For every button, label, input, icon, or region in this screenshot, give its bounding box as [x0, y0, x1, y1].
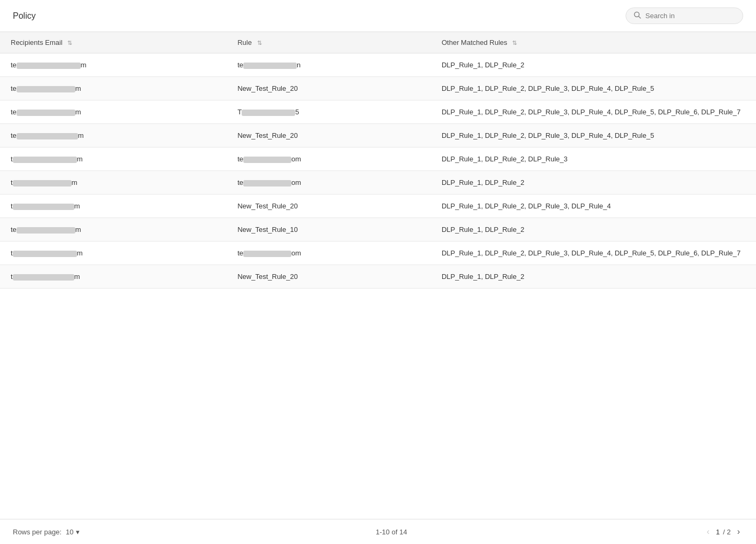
- other-matched-rules-cell: DLP_Rule_1, DLP_Rule_2: [431, 265, 756, 289]
- rule-cell: New_Test_Rule_10: [227, 218, 431, 242]
- table-row: temT5DLP_Rule_1, DLP_Rule_2, DLP_Rule_3,…: [0, 100, 756, 124]
- svg-line-1: [639, 17, 641, 19]
- rule-suffix: n: [297, 61, 300, 69]
- pagination-controls: ‹ 1 / 2 ›: [704, 526, 743, 538]
- rule-prefix: te: [237, 155, 243, 163]
- rule-prefix: te: [237, 178, 243, 186]
- rule-suffix: om: [291, 249, 301, 257]
- column-header-other-matched-rules[interactable]: Other Matched Rules ⇅: [431, 32, 756, 53]
- email-cell: tm: [0, 265, 227, 289]
- search-icon: [634, 11, 641, 20]
- email-redacted: [17, 86, 75, 92]
- table-row: tmteomDLP_Rule_1, DLP_Rule_2, DLP_Rule_3: [0, 147, 756, 171]
- rows-per-page-select[interactable]: 10 ▾: [66, 528, 79, 536]
- rule-cell: New_Test_Rule_20: [227, 77, 431, 100]
- rule-prefix: T: [237, 108, 242, 116]
- other-matched-rules-cell: DLP_Rule_1, DLP_Rule_2, DLP_Rule_3, DLP_…: [431, 124, 756, 147]
- email-suffix: m: [77, 249, 83, 257]
- email-cell: tm: [0, 147, 227, 171]
- other-matched-rules-cell: DLP_Rule_1, DLP_Rule_2: [431, 171, 756, 195]
- email-prefix: te: [11, 84, 17, 92]
- email-cell: tem: [0, 124, 227, 147]
- email-prefix: te: [11, 61, 17, 69]
- email-redacted: [13, 251, 77, 257]
- email-prefix: te: [11, 131, 17, 139]
- email-suffix: m: [78, 131, 84, 139]
- search-container: [626, 7, 743, 24]
- email-prefix: te: [11, 108, 17, 116]
- email-suffix: m: [74, 273, 80, 281]
- rule-prefix: te: [237, 249, 243, 257]
- email-suffix: m: [75, 226, 81, 234]
- email-redacted: [17, 133, 78, 139]
- sort-icon-recipients: ⇅: [67, 40, 72, 46]
- current-page: 1: [716, 528, 720, 536]
- sort-icon-other-rules: ⇅: [512, 40, 517, 46]
- email-redacted: [17, 110, 75, 116]
- table-body: temtenDLP_Rule_1, DLP_Rule_2temNew_Test_…: [0, 53, 756, 289]
- email-redacted: [13, 180, 72, 186]
- next-page-button[interactable]: ›: [734, 526, 743, 538]
- prev-page-button[interactable]: ‹: [704, 526, 713, 538]
- table-row: tmteomDLP_Rule_1, DLP_Rule_2: [0, 171, 756, 195]
- other-matched-rules-cell: DLP_Rule_1, DLP_Rule_2, DLP_Rule_3, DLP_…: [431, 100, 756, 124]
- email-suffix: m: [72, 178, 78, 186]
- column-header-recipients-email[interactable]: Recipients Email ⇅: [0, 32, 227, 53]
- table-row: tmteomDLP_Rule_1, DLP_Rule_2, DLP_Rule_3…: [0, 242, 756, 265]
- other-matched-rules-cell: DLP_Rule_1, DLP_Rule_2, DLP_Rule_3, DLP_…: [431, 242, 756, 265]
- rule-redacted: [243, 180, 291, 186]
- table-row: temNew_Test_Rule_20DLP_Rule_1, DLP_Rule_…: [0, 124, 756, 147]
- table-container: Recipients Email ⇅ Rule ⇅ Other Matched …: [0, 32, 756, 519]
- email-cell: tm: [0, 171, 227, 195]
- rule-suffix: 5: [295, 108, 299, 116]
- email-prefix: te: [11, 226, 17, 234]
- email-cell: tem: [0, 77, 227, 100]
- pagination-info: 1-10 of 14: [376, 528, 407, 536]
- email-redacted: [17, 227, 75, 234]
- table-row: tmNew_Test_Rule_20DLP_Rule_1, DLP_Rule_2…: [0, 195, 756, 218]
- rule-cell: teom: [227, 171, 431, 195]
- rule-redacted: [243, 157, 291, 163]
- table-row: temtenDLP_Rule_1, DLP_Rule_2: [0, 53, 756, 77]
- page-title: Policy: [13, 11, 36, 21]
- email-redacted: [17, 63, 81, 69]
- top-bar: Policy: [0, 0, 756, 32]
- rule-prefix: te: [237, 61, 243, 69]
- rule-cell: teom: [227, 242, 431, 265]
- rule-cell: teom: [227, 147, 431, 171]
- email-suffix: m: [81, 61, 87, 69]
- rule-redacted: [243, 251, 291, 257]
- other-matched-rules-cell: DLP_Rule_1, DLP_Rule_2, DLP_Rule_3: [431, 147, 756, 171]
- total-pages: / 2: [723, 528, 730, 536]
- rule-cell: New_Test_Rule_20: [227, 124, 431, 147]
- email-suffix: m: [75, 84, 81, 92]
- other-matched-rules-cell: DLP_Rule_1, DLP_Rule_2, DLP_Rule_3, DLP_…: [431, 195, 756, 218]
- email-suffix: m: [75, 108, 81, 116]
- rule-suffix: om: [291, 155, 301, 163]
- search-input[interactable]: [645, 12, 731, 20]
- table-row: temNew_Test_Rule_20DLP_Rule_1, DLP_Rule_…: [0, 77, 756, 100]
- rule-suffix: om: [291, 178, 301, 186]
- email-suffix: m: [77, 155, 83, 163]
- rule-cell: New_Test_Rule_20: [227, 265, 431, 289]
- rule-redacted: [243, 63, 297, 69]
- email-redacted: [13, 157, 77, 163]
- email-cell: tm: [0, 195, 227, 218]
- column-header-rule[interactable]: Rule ⇅: [227, 32, 431, 53]
- table-header-row: Recipients Email ⇅ Rule ⇅ Other Matched …: [0, 32, 756, 53]
- rule-cell: ten: [227, 53, 431, 77]
- rows-per-page-value: 10: [66, 528, 73, 536]
- email-redacted: [13, 204, 74, 210]
- email-cell: tem: [0, 100, 227, 124]
- table-row: temNew_Test_Rule_10DLP_Rule_1, DLP_Rule_…: [0, 218, 756, 242]
- table-footer: Rows per page: 10 ▾ 1-10 of 14 ‹ 1 / 2 ›: [0, 519, 756, 544]
- other-matched-rules-cell: DLP_Rule_1, DLP_Rule_2: [431, 53, 756, 77]
- email-suffix: m: [74, 202, 80, 210]
- rule-cell: New_Test_Rule_20: [227, 195, 431, 218]
- email-redacted: [13, 274, 74, 281]
- email-cell: tm: [0, 242, 227, 265]
- table-row: tmNew_Test_Rule_20DLP_Rule_1, DLP_Rule_2: [0, 265, 756, 289]
- rule-cell: T5: [227, 100, 431, 124]
- rows-per-page-dropdown-icon: ▾: [76, 528, 80, 536]
- data-table: Recipients Email ⇅ Rule ⇅ Other Matched …: [0, 32, 756, 289]
